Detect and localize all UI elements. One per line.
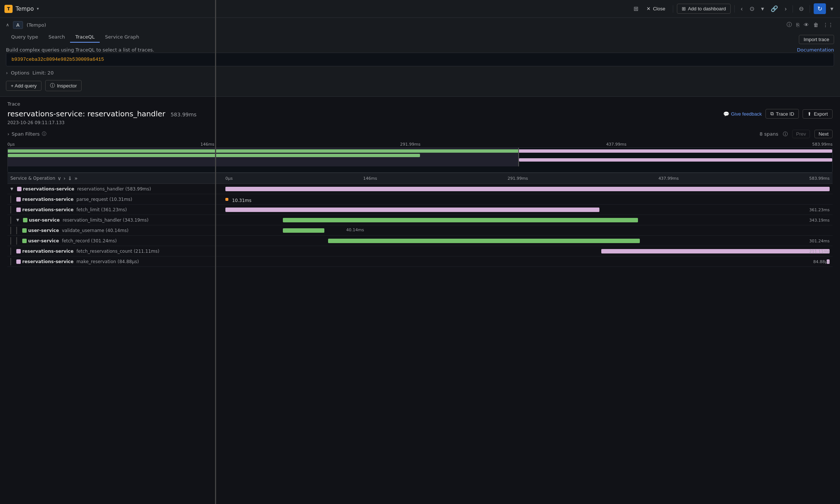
span-filters-text: Span Filters: [11, 131, 40, 137]
duration-label: 343.19ms: [809, 218, 830, 222]
next-button[interactable]: Next: [814, 130, 833, 138]
add-query-button[interactable]: + Add query: [6, 81, 42, 91]
refresh-dropdown-icon[interactable]: ▾: [828, 4, 836, 14]
back-button[interactable]: ‹: [738, 4, 745, 14]
logo-icon: T: [4, 5, 13, 13]
doc-link[interactable]: Documentation: [797, 47, 834, 53]
tab-service-graph[interactable]: Service Graph: [100, 32, 144, 43]
datasource-badge[interactable]: A: [13, 21, 23, 29]
top-bar-left: T Tempo ▾: [4, 5, 39, 13]
trace-timestamp: 2023-10-26 09:11:17.133: [7, 120, 833, 125]
history-icon[interactable]: ⊙: [747, 4, 757, 14]
span-color-dot: [16, 197, 21, 202]
add-dashboard-button[interactable]: ⊞ Add to dashboard: [677, 4, 731, 14]
close-x-icon: ✕: [646, 6, 651, 11]
tab-traceql[interactable]: TraceQL: [70, 32, 100, 43]
tab-query-type[interactable]: Query type: [6, 32, 43, 43]
panel-info-icon[interactable]: ⓘ: [786, 21, 793, 29]
span-name-col: user-service validate_username (40.14ms): [10, 227, 225, 234]
span-color-dot: [16, 208, 21, 212]
history-down-icon[interactable]: ▾: [759, 4, 766, 14]
expand-icon[interactable]: ▼: [10, 187, 16, 191]
operation-name: parse_request (10.31ms): [75, 197, 132, 202]
minimap-label-1: 146ms: [201, 142, 214, 147]
forward-button[interactable]: ›: [783, 4, 789, 14]
span-bar: [283, 228, 324, 233]
prev-button[interactable]: Prev: [792, 130, 810, 138]
link-icon[interactable]: 🔗: [768, 4, 780, 14]
operation-name: reservations_handler (583.99ms): [76, 186, 151, 192]
minimap-bars: [8, 148, 832, 166]
span-bar-col: 84.88μs: [225, 258, 830, 265]
timeline-separator[interactable]: [215, 0, 216, 267]
collapse-icon2[interactable]: ⇓: [68, 175, 72, 181]
panel-edit-icon[interactable]: ⊞: [631, 4, 641, 14]
minimap-overlay: [8, 148, 519, 166]
trace-label: Trace: [7, 101, 833, 107]
span-row[interactable]: user-service validate_username (40.14ms)…: [7, 225, 833, 236]
expand-next-icon[interactable]: ›: [63, 175, 66, 181]
zoom-out-icon[interactable]: ⊖: [797, 4, 806, 14]
top-bar-right: ⊞ ✕ Close ⊞ Add to dashboard ‹ ⊙ ▾ 🔗 › ⊖…: [631, 3, 836, 14]
inspector-button[interactable]: ⓘ Inspector: [45, 80, 82, 91]
span-bar-col: [225, 185, 830, 193]
span-filters-row: › Span Filters ⓘ 8 spans ⓘ Prev Next: [7, 130, 833, 138]
span-name-col: reservations-service make_reservation (8…: [10, 258, 225, 265]
panel-delete-icon[interactable]: 🗑: [813, 21, 819, 29]
minimap-bar-3: [519, 158, 832, 162]
span-name-col: reservations-service fetch_limit (361.23…: [10, 206, 225, 213]
collapse-icon[interactable]: ∧: [6, 22, 9, 27]
span-bar-col: 211.11ms: [225, 248, 830, 255]
trace-header: reservations-service: reservations_handl…: [7, 109, 833, 119]
span-row[interactable]: ▼ reservations-service reservations_hand…: [7, 184, 833, 194]
span-name-col: ▼ reservations-service reservations_hand…: [10, 186, 225, 192]
query-panel-header: ∧ A (Tempo) ⓘ ⎘ 👁 🗑 ⋮⋮: [6, 21, 834, 29]
trace-id-button[interactable]: ⧉ Trace ID: [765, 109, 799, 119]
panel-more-icon[interactable]: ⋮⋮: [822, 21, 834, 29]
span-filters-right: 8 spans ⓘ Prev Next: [760, 130, 833, 138]
tl-3: 437.99ms: [658, 176, 679, 181]
span-row[interactable]: reservations-service make_reservation (8…: [7, 256, 833, 267]
tab-search[interactable]: Search: [43, 32, 70, 43]
expand-icon[interactable]: ▼: [16, 218, 22, 222]
app-logo[interactable]: T Tempo ▾: [4, 5, 39, 13]
trace-duration: 583.99ms: [171, 112, 196, 117]
span-row[interactable]: reservations-service fetch_limit (361.23…: [7, 205, 833, 215]
span-row[interactable]: reservations-service parse_request (10.3…: [7, 194, 833, 205]
options-row[interactable]: › Options Limit: 20: [6, 70, 834, 76]
span-filters-label[interactable]: › Span Filters ⓘ: [7, 131, 46, 137]
span-bar-dot: [225, 198, 228, 201]
operation-name: validate_username (40.14ms): [60, 228, 128, 233]
service-name: reservations-service: [22, 259, 73, 264]
trace-section: Trace reservations-service: reservations…: [0, 97, 840, 267]
query-panel: ∧ A (Tempo) ⓘ ⎘ 👁 🗑 ⋮⋮ Query type Search…: [0, 18, 840, 97]
minimap-labels: 0μs 146ms 291.99ms 437.99ms 583.99ms: [7, 141, 833, 147]
refresh-button[interactable]: ↻: [814, 3, 826, 14]
feedback-icon: 💬: [723, 111, 729, 117]
query-input[interactable]: b9397ceba32c8094e982b530009a6415: [6, 53, 834, 66]
panel-copy-icon[interactable]: ⎘: [796, 21, 800, 29]
panel-eye-icon[interactable]: 👁: [803, 21, 810, 29]
give-feedback-button[interactable]: 💬 Give feedback: [723, 111, 762, 117]
tl-4: 583.99ms: [809, 176, 830, 181]
collapse-all-icon[interactable]: ∨: [57, 175, 61, 181]
span-filters-chevron-icon: ›: [7, 131, 9, 137]
span-bar-col: 301.24ms: [225, 237, 830, 245]
span-row[interactable]: ▼ user-service reservation_limits_handle…: [7, 215, 833, 225]
export-button[interactable]: ⬆ Export: [803, 109, 833, 119]
close-button[interactable]: ✕ Close: [643, 4, 669, 13]
span-row[interactable]: reservations-service fetch_reservations_…: [7, 246, 833, 256]
span-bar: [328, 239, 640, 243]
trace-actions: 💬 Give feedback ⧉ Trace ID ⬆ Export: [723, 109, 833, 119]
operation-name: reservation_limits_handler (343.19ms): [61, 218, 148, 223]
trace-id-icon: ⧉: [770, 111, 774, 117]
query-description: Build complex queries using TraceQL to s…: [6, 47, 154, 53]
trace-table: Service & Operation ∨ › ⇓ » 0μs 146ms 29…: [7, 173, 833, 267]
expand-all-icon[interactable]: »: [75, 175, 78, 181]
import-trace-button[interactable]: Import trace: [799, 35, 834, 44]
span-row[interactable]: user-service fetch_record (301.24ms) 301…: [7, 236, 833, 246]
query-description-row: Build complex queries using TraceQL to s…: [6, 47, 834, 53]
timeline-header: 0μs 146ms 291.99ms 437.99ms 583.99ms: [225, 176, 830, 181]
span-bar-col: 343.19ms: [225, 216, 830, 224]
inspector-icon: ⓘ: [50, 82, 55, 89]
